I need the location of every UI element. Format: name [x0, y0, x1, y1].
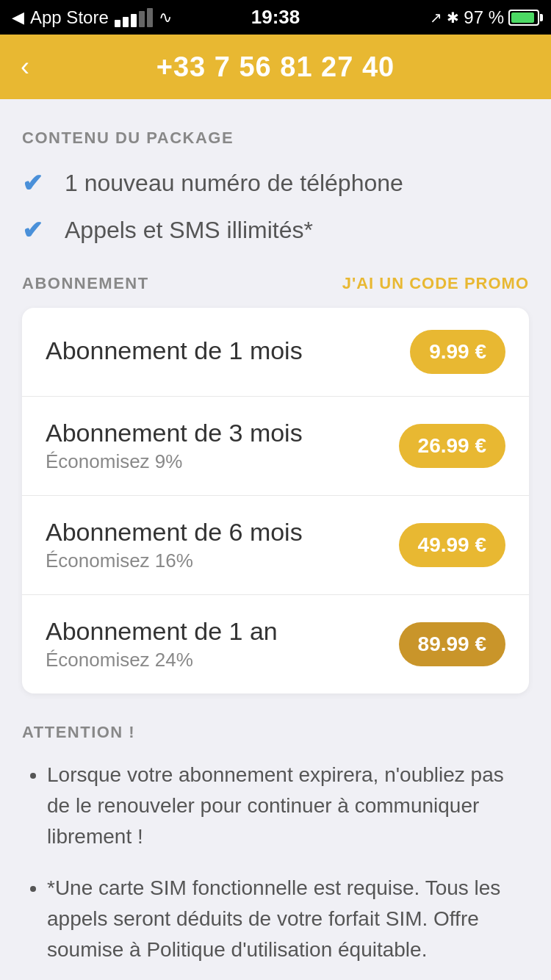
package-label: CONTENU DU PACKAGE	[22, 129, 529, 148]
plan-4-name: Abonnement de 1 an	[46, 617, 278, 646]
status-bar: ◀ App Store ∿ 19:38 ↗ ✱ 97 %	[0, 0, 551, 35]
plan-3-months[interactable]: Abonnement de 3 mois Économisez 9% 26.99…	[22, 397, 529, 496]
subscription-section: ABONNEMENT J'AI UN CODE PROMO Abonnement…	[22, 274, 529, 693]
main-content: CONTENU DU PACKAGE ✔ 1 nouveau numéro de…	[0, 99, 551, 980]
plan-3-saving: Économisez 16%	[46, 550, 303, 572]
status-right: ↗ ✱ 97 %	[430, 7, 539, 28]
package-section: CONTENU DU PACKAGE ✔ 1 nouveau numéro de…	[22, 129, 529, 245]
attention-bullets: Lorsque votre abonnement expirera, n'oub…	[22, 760, 529, 965]
plan-1-name: Abonnement de 1 mois	[46, 336, 303, 365]
subscription-label: ABONNEMENT	[22, 274, 149, 293]
package-item-1-text: 1 nouveau numéro de téléphone	[65, 170, 403, 197]
bluetooth-icon: ✱	[447, 9, 459, 26]
subscription-card: Abonnement de 1 mois 9.99 € Abonnement d…	[22, 308, 529, 693]
app-store-label: App Store	[30, 7, 109, 28]
battery-percent: 97 %	[464, 7, 504, 28]
plan-1-price[interactable]: 9.99 €	[410, 330, 505, 374]
plan-4-info: Abonnement de 1 an Économisez 24%	[46, 617, 278, 671]
check-icon-2: ✔	[22, 215, 48, 245]
plan-2-price[interactable]: 26.99 €	[399, 424, 505, 468]
header-title: +33 7 56 81 27 40	[156, 51, 395, 83]
plan-3-price[interactable]: 49.99 €	[399, 523, 505, 567]
package-item-2-text: Appels et SMS illimités*	[65, 217, 313, 244]
wifi-icon: ∿	[159, 8, 172, 27]
plan-6-months[interactable]: Abonnement de 6 mois Économisez 16% 49.9…	[22, 496, 529, 595]
package-item-1: ✔ 1 nouveau numéro de téléphone	[22, 168, 529, 198]
check-icon-1: ✔	[22, 168, 48, 198]
plan-4-saving: Économisez 24%	[46, 649, 278, 671]
attention-bullet-1: Lorsque votre abonnement expirera, n'oub…	[47, 760, 529, 852]
promo-link[interactable]: J'AI UN CODE PROMO	[342, 274, 529, 293]
location-icon: ↗	[430, 9, 442, 26]
back-button[interactable]: ‹	[21, 51, 29, 82]
status-left: ◀ App Store ∿	[12, 7, 172, 28]
plan-1-month[interactable]: Abonnement de 1 mois 9.99 €	[22, 308, 529, 397]
plan-3-info: Abonnement de 6 mois Économisez 16%	[46, 518, 303, 572]
plan-1-year[interactable]: Abonnement de 1 an Économisez 24% 89.99 …	[22, 595, 529, 693]
status-time: 19:38	[251, 6, 300, 29]
plan-3-name: Abonnement de 6 mois	[46, 518, 303, 547]
attention-label: ATTENTION !	[22, 723, 529, 742]
header: ‹ +33 7 56 81 27 40	[0, 35, 551, 99]
plan-4-price[interactable]: 89.99 €	[399, 622, 505, 666]
package-item-2: ✔ Appels et SMS illimités*	[22, 215, 529, 245]
plan-1-info: Abonnement de 1 mois	[46, 336, 303, 368]
back-app-icon: ◀	[12, 8, 24, 27]
plan-2-info: Abonnement de 3 mois Économisez 9%	[46, 419, 303, 473]
attention-section: ATTENTION ! Lorsque votre abonnement exp…	[22, 723, 529, 965]
battery-fill	[511, 12, 534, 23]
battery-icon	[508, 10, 539, 26]
signal-dots	[115, 8, 153, 27]
attention-bullet-2: *Une carte SIM fonctionnelle est requise…	[47, 873, 529, 965]
plan-2-saving: Économisez 9%	[46, 450, 303, 473]
subscription-header: ABONNEMENT J'AI UN CODE PROMO	[22, 274, 529, 293]
plan-2-name: Abonnement de 3 mois	[46, 419, 303, 447]
